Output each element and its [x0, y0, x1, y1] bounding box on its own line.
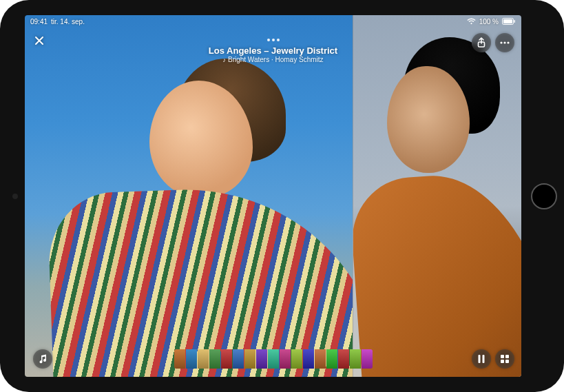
thumbnail-strip[interactable]: [174, 349, 373, 369]
close-button[interactable]: [33, 34, 45, 47]
thumbnail[interactable]: [244, 349, 255, 369]
thumbnail[interactable]: [326, 349, 337, 369]
svg-point-4: [272, 39, 275, 41]
thumbnail[interactable]: [209, 349, 220, 369]
thumbnail[interactable]: [362, 349, 373, 369]
svg-point-7: [500, 41, 502, 43]
thumbnail[interactable]: [303, 349, 314, 369]
memory-title-block[interactable]: Los Angeles – Jewelry District ♪ Bright …: [170, 33, 377, 63]
svg-point-5: [277, 39, 280, 41]
photo-figure: [47, 183, 353, 377]
music-note-icon: ♪: [222, 56, 226, 63]
photos-memory-view: [25, 15, 521, 377]
thumbnail[interactable]: [338, 349, 349, 369]
status-date: tir. 14. sep.: [51, 18, 85, 25]
svg-rect-14: [501, 360, 504, 363]
screen: 09:41 tir. 14. sep. 100 %: [25, 15, 521, 377]
thumbnail[interactable]: [186, 349, 197, 369]
ellipsis-icon[interactable]: [170, 33, 377, 44]
status-battery-pct: 100 %: [479, 18, 499, 25]
thumbnail[interactable]: [350, 349, 361, 369]
pause-button[interactable]: [472, 349, 491, 369]
music-button[interactable]: [33, 349, 52, 369]
ipad-device-frame: 09:41 tir. 14. sep. 100 %: [0, 0, 564, 392]
wifi-icon: [467, 18, 476, 25]
memory-subtitle: ♪ Bright Waters · Homay Schmitz: [170, 56, 377, 63]
battery-icon: [502, 18, 516, 25]
status-bar: 09:41 tir. 14. sep. 100 %: [25, 15, 521, 28]
status-time: 09:41: [30, 18, 48, 25]
memory-photo-right[interactable]: [353, 15, 521, 377]
svg-point-9: [507, 41, 509, 43]
thumbnail[interactable]: [233, 349, 244, 369]
svg-point-3: [267, 39, 270, 41]
thumbnail[interactable]: [256, 349, 267, 369]
front-camera: [12, 194, 18, 199]
svg-rect-12: [501, 355, 504, 358]
photo-figure: [387, 66, 470, 173]
status-right: 100 %: [467, 18, 516, 25]
thumbnail[interactable]: [268, 349, 279, 369]
svg-rect-10: [479, 355, 481, 363]
thumbnail[interactable]: [221, 349, 232, 369]
thumbnail[interactable]: [198, 349, 209, 369]
thumbnail[interactable]: [174, 349, 185, 369]
grid-button[interactable]: [495, 349, 514, 369]
thumbnail[interactable]: [291, 349, 302, 369]
status-left: 09:41 tir. 14. sep.: [30, 18, 85, 25]
memory-title: Los Angeles – Jewelry District: [170, 45, 377, 56]
thumbnail[interactable]: [315, 349, 326, 369]
photo-figure: [353, 167, 521, 377]
svg-rect-2: [514, 20, 516, 23]
home-button[interactable]: [531, 183, 557, 209]
more-button[interactable]: [495, 33, 514, 52]
svg-rect-11: [483, 355, 485, 363]
svg-rect-15: [505, 360, 509, 363]
svg-rect-13: [505, 355, 509, 358]
svg-point-8: [503, 41, 505, 43]
svg-rect-1: [503, 19, 512, 23]
memory-photo-left[interactable]: [25, 15, 353, 377]
memory-music-label: Bright Waters · Homay Schmitz: [228, 56, 324, 63]
share-button[interactable]: [472, 33, 491, 52]
thumbnail[interactable]: [280, 349, 291, 369]
